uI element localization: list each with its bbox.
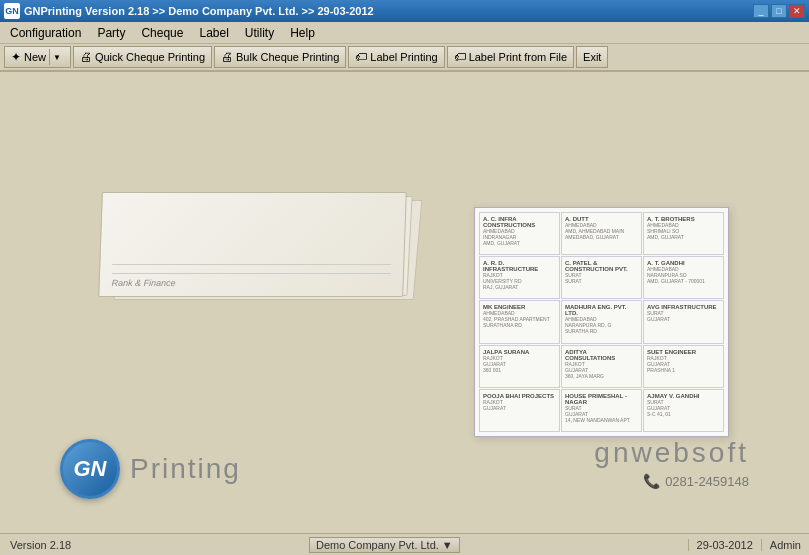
cheque-stack: Rank & Finance [100,192,420,332]
phone-number: 0281-2459148 [665,474,749,489]
menu-party[interactable]: Party [89,24,133,42]
printing-text: Printing [130,453,241,485]
label-cell: AJMAY V. GANDHISURATGUJARATS-C 41, 01 [643,389,724,432]
status-user: Admin [761,539,809,551]
window-controls[interactable]: _ □ ✕ [753,4,805,18]
label-cell: MK ENGINEERAHMEDABAD402, PRASHAD APARTME… [479,300,560,343]
label-preview: A. C. INFRA CONSTRUCTIONSAHMEDABADINDRAN… [474,207,729,437]
brand-name: gnwebsoft [594,437,749,469]
cheque-line1 [112,264,391,265]
label-cell: C. PATEL & CONSTRUCTION PVT.SURATSURAT [561,256,642,299]
company-selector[interactable]: Demo Company Pvt. Ltd. ▼ [309,537,460,553]
bulk-cheque-button[interactable]: 🖨 Bulk Cheque Printing [214,46,346,68]
label-cell: ADITYA CONSULTATIONSRAJKOTGUJARAT360, JA… [561,345,642,388]
bulk-cheque-label: Bulk Cheque Printing [236,51,339,63]
maximize-button[interactable]: □ [771,4,787,18]
new-button[interactable]: ✦ New ▼ [4,46,71,68]
cheque-text: Rank & Finance [111,278,390,288]
logo-circle: GN [60,439,120,499]
label-printing-button[interactable]: 🏷 Label Printing [348,46,444,68]
minimize-button[interactable]: _ [753,4,769,18]
label-cell: A. C. INFRA CONSTRUCTIONSAHMEDABADINDRAN… [479,212,560,255]
quick-cheque-label: Quick Cheque Printing [95,51,205,63]
company-dropdown-icon: ▼ [442,539,453,551]
company-name: Demo Company Pvt. Ltd. [316,539,439,551]
menu-label[interactable]: Label [191,24,236,42]
label-cell: POOJA BHAI PROJECTSRAJKOTGUJARAT [479,389,560,432]
status-company-area: Demo Company Pvt. Ltd. ▼ [81,537,687,553]
menu-configuration[interactable]: Configuration [2,24,89,42]
printer-icon: 🖨 [80,50,92,64]
cheque-visual: Rank & Finance [100,192,420,332]
status-version: Version 2.18 [0,539,81,551]
label-cell: SUET ENGINEERRAJKOTGUJARATPRASHNA 1 [643,345,724,388]
title-bar-left: GN GNPrinting Version 2.18 >> Demo Compa… [4,3,374,19]
exit-button[interactable]: Exit [576,46,608,68]
title-bar: GN GNPrinting Version 2.18 >> Demo Compa… [0,0,809,22]
label-cell: MADHURA ENG. PVT. LTD.AHMEDABADNARANPURA… [561,300,642,343]
close-button[interactable]: ✕ [789,4,805,18]
label-icon: 🏷 [355,50,367,64]
status-date: 29-03-2012 [688,539,761,551]
label-printing-label: Label Printing [370,51,437,63]
new-label: New [24,51,46,63]
new-dropdown-arrow[interactable]: ▼ [49,49,64,65]
label-file-label: Label Print from File [469,51,567,63]
menu-cheque[interactable]: Cheque [133,24,191,42]
cheque-line2 [112,273,391,274]
menu-bar: Configuration Party Cheque Label Utility… [0,22,809,44]
label-cell: A. R. D. INFRASTRUCTURERAJKOTUNIVERSITY … [479,256,560,299]
logo-gm-text: GN [74,456,107,482]
cheque-front: Rank & Finance [98,192,407,297]
menu-help[interactable]: Help [282,24,323,42]
label-cell: A. DUTTAHMEDABADAMD, AHMEDABAD MAINAMEDA… [561,212,642,255]
label-grid: A. C. INFRA CONSTRUCTIONSAHMEDABADINDRAN… [479,212,724,432]
app-icon: GN [4,3,20,19]
bulk-printer-icon: 🖨 [221,50,233,64]
label-cell: JALPA SURANARAJKOTGUJARAT360 001 [479,345,560,388]
label-cell: A. T. BROTHERSAHMEDABADSHRIMALI SOAMD, G… [643,212,724,255]
phone-icon: 📞 [643,473,660,489]
label-cell: HOUSE PRIMESHAL - NAGARSURATGUJARAT14, N… [561,389,642,432]
main-content: Rank & Finance A. C. INFRA CONSTRUCTIONS… [0,72,809,529]
label-cell: AVG INFRASTRUCTURESURATGUJARAT [643,300,724,343]
menu-utility[interactable]: Utility [237,24,282,42]
status-bar: Version 2.18 Demo Company Pvt. Ltd. ▼ 29… [0,533,809,555]
brand-phone: 📞 0281-2459148 [594,473,749,489]
toolbar: ✦ New ▼ 🖨 Quick Cheque Printing 🖨 Bulk C… [0,44,809,72]
label-file-icon: 🏷 [454,50,466,64]
title-text: GNPrinting Version 2.18 >> Demo Company … [24,5,374,17]
brand-area: gnwebsoft 📞 0281-2459148 [594,437,749,489]
new-icon: ✦ [11,50,21,64]
logo-area: GN Printing [60,439,241,499]
exit-label: Exit [583,51,601,63]
quick-cheque-button[interactable]: 🖨 Quick Cheque Printing [73,46,212,68]
label-file-button[interactable]: 🏷 Label Print from File [447,46,574,68]
label-cell: A. T. GANDHIAHMEDABADNARANPURA SOAMD, GU… [643,256,724,299]
